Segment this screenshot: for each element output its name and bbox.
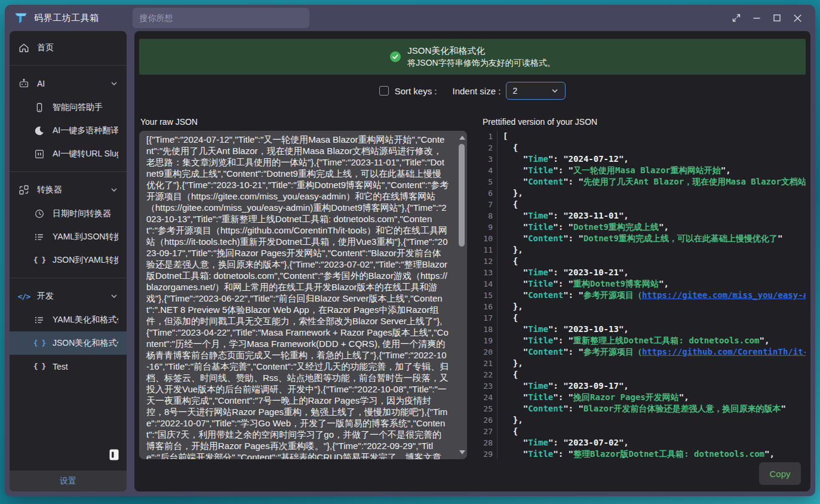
scroll-up-icon[interactable] [459,136,465,140]
sidebar-item[interactable]: { }Test [10,355,127,378]
code-line: 21 }, [481,358,806,369]
braces-icon: { } [33,339,45,348]
code-line: 11 }, [481,244,806,256]
code-content: [ [503,131,508,142]
search-input[interactable] [133,8,309,28]
code-line: 25 "Content": "Blazor开发前台体验还是差强人意，换回原来的版… [481,403,806,414]
line-number: 26 [481,414,497,426]
sidebar-item-label: JSON到YAML转换 [53,255,118,266]
close-icon[interactable] [789,10,806,26]
code-content: "Title": "重构Dotnet9博客网站", [503,278,669,290]
sidebar-item[interactable]: YAML到JSON转换 [10,225,127,248]
line-number: 21 [481,358,497,369]
line-number: 29 [481,448,497,459]
line-number: 2 [481,142,497,153]
list-icon [33,232,45,242]
code-line: 23 "Time": "2023-09-17", [481,380,806,392]
code-line: 20 "Content": "参考开源项目（https://github.com… [481,346,806,358]
code-line: 10 "Content": "Dotnet9重构完成上线，可以在此基础上慢慢优化… [481,233,806,244]
code-line: 8 "Time": "2023-11-01", [481,210,806,222]
code-content: { [503,199,518,210]
code-content: "Content": "先使用了几天Ant Blazor，现在使用Masa Bl… [503,176,806,188]
code-line: 3 "Time": "2024-07-12", [481,153,806,165]
sidebar-item-label: YAML到JSON转换 [53,232,118,242]
code-content: "Time": "2023-09-17", [503,380,629,392]
sidebar-item[interactable]: YAML美化和格式化 [10,308,127,331]
sidebar-item[interactable]: { }JSON美化和格式化 [10,331,127,355]
sidebar-item-label: 首页 [37,42,54,53]
line-number: 22 [481,369,497,380]
sidebar-item-label: JSON美化和格式化 [53,338,118,349]
code-content: "Content": "参考开源项目（https://github.com/Co… [503,346,806,358]
code-line: 14 "Title": "重构Dotnet9博客网站", [481,278,806,290]
scrollbar-thumb[interactable] [459,144,465,247]
sidebar-item-label: Test [53,362,68,371]
scrollbar[interactable] [458,132,466,458]
minimize-icon[interactable] [748,10,765,26]
clock-icon [33,208,45,219]
line-number: 10 [481,233,497,244]
sidebar-section-2[interactable]: </>开发 [10,284,127,308]
sidebar-item[interactable]: AI一键多语种翻译 [10,119,127,142]
line-number: 27 [481,426,497,437]
copy-button[interactable]: Copy [759,462,801,485]
code-line: 1[ [481,131,806,142]
code-line: 6 }, [481,188,806,199]
code-line: 5 "Content": "先使用了几天Ant Blazor，现在使用Masa … [481,176,806,188]
raw-json-panel: Your raw JSON [{"Time":"2024-07-12","Tit… [139,117,467,459]
maximize-icon[interactable] [769,10,785,26]
sidebar-section-0[interactable]: AI [10,72,127,96]
code-content: "Content": "参考开源项目（https://gitee.com/mis… [503,290,806,301]
code-content: "Time": "2023-07-02", [503,437,629,448]
code-line: 26 }, [481,414,806,426]
app-title: 码界工坊工具箱 [34,13,99,24]
raw-json-textarea[interactable]: [{"Time":"2024-07-12","Title":"又一轮使用Masa… [139,131,467,459]
sort-keys-label: Sort keys : [395,86,437,96]
line-number: 15 [481,290,497,301]
scroll-down-icon[interactable] [459,450,465,454]
code-content: }, [503,188,523,199]
code-content: { [503,142,518,153]
chevron-down-icon [110,186,118,194]
app-window: 码界工坊工具箱 首页AI智能问答助手AI一键多语种翻译AI一键转URL Slug… [5,5,815,496]
sidebar-section-1[interactable]: 转换器 [10,178,127,202]
tool-description: 将JSON字符串修饰为友好的可读格式。 [407,57,555,69]
sidebar-item[interactable]: { }JSON到YAML转换 [10,248,127,272]
line-number: 3 [481,153,497,165]
sidebar-items: 首页AI智能问答助手AI一键多语种翻译AI一键转URL Slug转换器日期时间转… [10,31,127,471]
line-number: 20 [481,346,497,358]
app-logo-icon [13,10,29,26]
sidebar-item-home[interactable]: 首页 [10,36,127,59]
code-line: 19 "Title": "重新整理上线Dotnet工具箱: dotnetools… [481,335,806,346]
collapse-sidebar-icon[interactable] [109,449,119,463]
sort-keys-checkbox[interactable] [379,86,389,96]
expand-icon[interactable] [728,10,745,26]
code-line: 13 "Time": "2023-10-21", [481,267,806,278]
line-number: 6 [481,188,497,199]
code-content: "Time": "2024-07-12", [503,153,629,165]
code-content: "Content": "Dotnet9重构完成上线，可以在此基础上慢慢优化了" [503,233,782,244]
code-content: "Title": "又一轮使用Masa Blazor重构网站开始", [503,165,731,176]
sidebar-section-label: 转换器 [37,185,62,195]
line-number: 18 [481,324,497,335]
code-content: "Time": "2023-11-01", [503,210,629,222]
braces-icon: { } [33,256,45,265]
raw-json-text[interactable]: [{"Time":"2024-07-12","Title":"又一轮使用Masa… [139,131,467,459]
tool-title: JSON美化和格式化 [407,45,555,57]
sidebar-item[interactable]: AI一键转URL Slug [10,142,127,165]
code-content: }, [503,301,523,312]
code-content: }, [503,414,523,426]
line-number: 11 [481,244,497,256]
house-icon [18,42,30,54]
sidebar-item[interactable]: 智能问答助手 [10,96,127,119]
code-content: "Content": "Blazor开发前台体验还是差强人意，换回原来的版本" [503,403,786,414]
sidebar-footer: 设置 [10,471,127,491]
pretty-json-code: 1[2 {3 "Time": "2024-07-12",4 "Title": "… [481,131,806,459]
code-content: "Title": "Dotnet9重构完成上线", [503,222,669,233]
code-line: 18 "Time": "2023-10-13", [481,324,806,335]
indent-size-select[interactable]: 2 [506,82,566,100]
sidebar-item[interactable]: 日期时间转换器 [10,202,127,225]
settings-link[interactable]: 设置 [60,476,76,487]
code-content: "Title": "重新整理上线Dotnet工具箱: dotnetools.co… [503,335,769,346]
sidebar-section-label: 开发 [37,291,54,302]
